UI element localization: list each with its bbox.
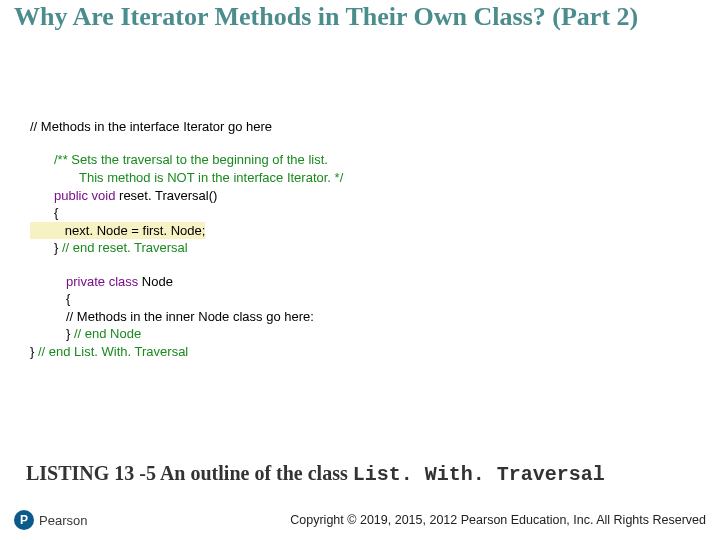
code-comment: // end reset. Traversal — [62, 240, 188, 255]
code-text: reset. Traversal() — [115, 188, 217, 203]
logo-icon: P — [14, 510, 34, 530]
keyword: public void — [54, 188, 115, 203]
code-comment: /** Sets the traversal to the beginning … — [30, 151, 720, 169]
code-text: Node — [138, 274, 173, 289]
footer: P Pearson Copyright © 2019, 2015, 2012 P… — [0, 510, 720, 530]
logo-text: Pearson — [39, 513, 87, 528]
listing-text: LISTING 13 -5 An outline of the class — [26, 462, 353, 484]
publisher-logo: P Pearson — [14, 510, 87, 530]
code-line: private class Node — [30, 273, 720, 291]
code-line: // Methods in the inner Node class go he… — [30, 308, 720, 326]
code-line: // Methods in the interface Iterator go … — [30, 118, 720, 136]
code-line: { — [30, 290, 720, 308]
code-text: } — [66, 326, 74, 341]
code-text: } — [54, 240, 62, 255]
code-listing: // Methods in the interface Iterator go … — [0, 32, 720, 361]
code-comment: // end Node — [74, 326, 141, 341]
code-line: { — [30, 204, 720, 222]
code-line-highlighted: next. Node = first. Node; — [30, 222, 205, 240]
code-text: } — [30, 344, 38, 359]
code-line: } // end List. With. Traversal — [30, 343, 720, 361]
code-comment: // end List. With. Traversal — [38, 344, 188, 359]
code-comment: This method is NOT in the interface Iter… — [30, 169, 720, 187]
code-line: } // end reset. Traversal — [30, 239, 720, 257]
keyword: private class — [66, 274, 138, 289]
slide-title: Why Are Iterator Methods in Their Own Cl… — [0, 0, 720, 32]
copyright-text: Copyright © 2019, 2015, 2012 Pearson Edu… — [290, 513, 706, 527]
listing-classname: List. With. Traversal — [353, 463, 605, 486]
listing-caption: LISTING 13 -5 An outline of the class Li… — [26, 462, 605, 486]
code-line: } // end Node — [30, 325, 720, 343]
code-line: public void reset. Traversal() — [30, 187, 720, 205]
